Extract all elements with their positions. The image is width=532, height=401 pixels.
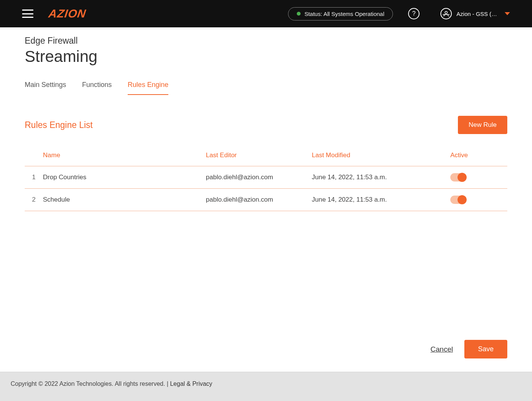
- tab-rules-engine[interactable]: Rules Engine: [128, 81, 168, 95]
- active-toggle[interactable]: [450, 196, 466, 204]
- status-dot-icon: [297, 12, 301, 16]
- list-header: Rules Engine List New Rule: [25, 116, 507, 134]
- cancel-button[interactable]: Cancel: [431, 345, 453, 354]
- new-rule-button[interactable]: New Rule: [458, 116, 507, 134]
- footer: Copyright © 2022 Azion Technologies. All…: [0, 372, 532, 401]
- row-editor: pablo.diehl@azion.com: [206, 174, 312, 181]
- svg-point-0: [445, 11, 447, 14]
- page-title: Streaming: [25, 47, 507, 66]
- row-name: Drop Countries: [43, 174, 206, 181]
- logo[interactable]: AZION: [48, 7, 87, 20]
- col-name: Name: [43, 152, 206, 159]
- tab-main-settings[interactable]: Main Settings: [25, 81, 66, 95]
- table-header: Name Last Editor Last Modified Active: [25, 145, 507, 166]
- user-label: Azion - GSS (…: [456, 11, 497, 17]
- user-menu[interactable]: Azion - GSS (…: [440, 8, 510, 19]
- topbar: AZION Status: All Systems Operational ? …: [0, 0, 532, 27]
- footer-copyright: Copyright © 2022 Azion Technologies. All…: [11, 380, 165, 387]
- status-label: Status: All Systems Operational: [304, 11, 384, 17]
- row-name: Schedule: [43, 196, 206, 204]
- tabs: Main Settings Functions Rules Engine: [25, 81, 507, 95]
- user-avatar-icon: [440, 8, 452, 19]
- tab-functions[interactable]: Functions: [82, 81, 112, 95]
- row-index: 1: [25, 174, 43, 181]
- chevron-down-icon: [505, 12, 510, 15]
- menu-icon[interactable]: [22, 9, 33, 18]
- list-title: Rules Engine List: [25, 120, 93, 130]
- actions-bar: Cancel Save: [0, 325, 532, 372]
- footer-legal-link[interactable]: Legal & Privacy: [170, 380, 212, 387]
- row-editor: pablo.diehl@azion.com: [206, 196, 312, 204]
- breadcrumb: Edge Firewall: [25, 36, 507, 46]
- main-content: Edge Firewall Streaming Main Settings Fu…: [0, 27, 532, 325]
- col-active: Active: [450, 152, 507, 159]
- col-last-modified: Last Modified: [312, 152, 450, 159]
- rules-table: Name Last Editor Last Modified Active 1 …: [25, 145, 507, 211]
- save-button[interactable]: Save: [464, 340, 507, 358]
- help-icon[interactable]: ?: [408, 8, 420, 19]
- row-modified: June 14, 2022, 11:53 a.m.: [312, 196, 450, 204]
- table-row[interactable]: 2 Schedule pablo.diehl@azion.com June 14…: [25, 189, 507, 211]
- row-modified: June 14, 2022, 11:53 a.m.: [312, 174, 450, 181]
- table-row[interactable]: 1 Drop Countries pablo.diehl@azion.com J…: [25, 166, 507, 189]
- col-last-editor: Last Editor: [206, 152, 312, 159]
- row-index: 2: [25, 196, 43, 204]
- active-toggle[interactable]: [450, 173, 466, 182]
- status-pill[interactable]: Status: All Systems Operational: [288, 7, 393, 21]
